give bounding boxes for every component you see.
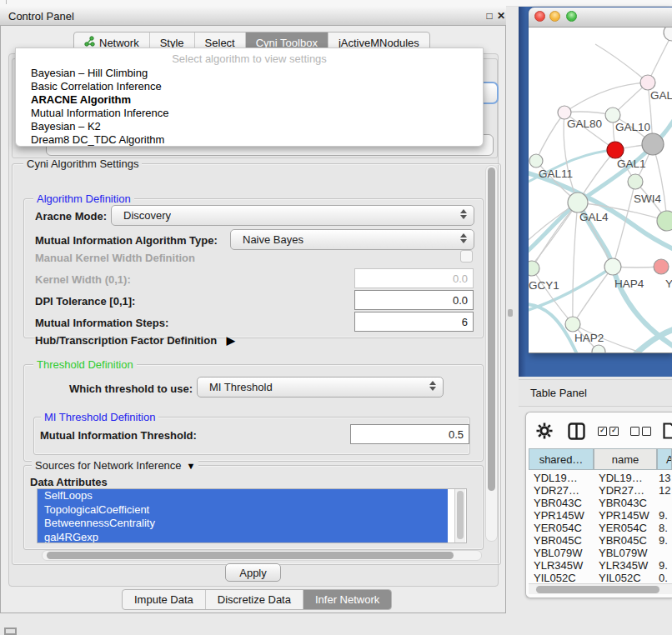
table-cell[interactable]: 8. [659, 522, 672, 534]
aracne-mode-combo[interactable]: Discovery [111, 205, 474, 226]
network-node-salmon[interactable] [654, 259, 669, 274]
network-node-label: GCY1 [529, 279, 559, 292]
dropdown-item-aracne[interactable]: ARACNE Algorithm [18, 93, 494, 107]
table-cell[interactable]: YBL079W [534, 547, 592, 559]
table-cell[interactable]: YBR043C [534, 497, 592, 509]
zoom-window-button[interactable] [566, 11, 577, 22]
checked-box-icon: ✓ [609, 427, 619, 436]
cyni-algorithm-settings-title: Cyni Algorithm Settings [23, 158, 142, 170]
network-node-hap4[interactable] [604, 258, 621, 275]
network-node-green-right[interactable] [657, 211, 672, 231]
network-node-gal4[interactable] [568, 192, 588, 212]
table-cell[interactable]: YBR045C [599, 534, 655, 547]
table-cell[interactable]: YIL052C [534, 572, 592, 584]
sources-toggle[interactable]: Sources for Network Inference▼ [32, 459, 198, 472]
apply-button[interactable]: Apply [225, 563, 281, 582]
mi-algorithm-type-combo[interactable]: Naive Bayes [230, 229, 474, 250]
dpi-tolerance-field[interactable]: 0.0 [354, 290, 474, 310]
table-cell[interactable]: 12 [659, 484, 672, 497]
table-cell[interactable]: YBR045C [534, 534, 592, 547]
table-cell[interactable]: YDL19… [534, 472, 592, 484]
which-threshold-combo[interactable]: MI Threshold [197, 377, 444, 398]
list-item-topologicalcoefficient[interactable]: TopologicalCoefficient [38, 503, 448, 518]
network-node-label: GAL80 [567, 118, 602, 130]
table-cell[interactable]: YPR145W [599, 509, 655, 522]
export-table-button[interactable] [663, 421, 672, 441]
manual-kernel-width-checkbox [460, 250, 473, 262]
network-node-gal1-selected[interactable] [607, 142, 624, 158]
minimize-window-button[interactable] [549, 11, 560, 22]
table-cell[interactable]: YER054C [599, 522, 655, 534]
checked-box-icon: ✓ [598, 427, 607, 436]
column-header-shared-name[interactable]: shared… [529, 448, 594, 470]
close-panel-icon[interactable]: ✕ [495, 10, 507, 22]
network-node-gal11[interactable] [529, 154, 543, 168]
table-cell[interactable]: YDL19… [599, 472, 655, 484]
network-node-unlabeled-top[interactable] [664, 28, 672, 41]
close-window-button[interactable] [534, 11, 545, 22]
mi-threshold-field[interactable]: 0.5 [350, 424, 469, 444]
dropdown-item-mutual-info[interactable]: Mutual Information Inference [18, 107, 494, 120]
dpi-tolerance-label: DPI Tolerance [0,1]: [35, 295, 135, 308]
aracne-mode-value: Discovery [112, 209, 171, 222]
table-cell[interactable]: YIL052C [599, 572, 655, 584]
table-cell[interactable]: YER054C [534, 522, 592, 534]
tab-infer-network[interactable]: Infer Network [303, 590, 391, 609]
table-cell[interactable]: 0. [659, 572, 672, 584]
settings-vertical-scrollbar-thumb[interactable] [488, 168, 495, 491]
tab-impute-data[interactable]: Impute Data [123, 590, 206, 609]
dropdown-item-basic-correlation[interactable]: Basic Correlation Inference [18, 80, 494, 93]
network-node-swi4[interactable] [628, 174, 643, 189]
network-node-gray[interactable] [642, 133, 664, 155]
table-cell[interactable]: YDR27… [534, 484, 592, 497]
table-cell[interactable]: YLR345W [534, 559, 592, 572]
show-column-panel-button[interactable] [568, 421, 585, 441]
column-header-name[interactable]: name [594, 448, 657, 470]
expanded-arrow-icon: ▼ [187, 461, 196, 471]
table-cell[interactable]: 9. [659, 509, 672, 522]
table-cell[interactable] [659, 547, 672, 559]
table-cell[interactable]: YLR345W [599, 559, 655, 572]
select-all-columns-button[interactable]: ✓ ✓ [598, 421, 621, 441]
table-cell[interactable]: YBL079W [599, 547, 655, 559]
dropdown-item-bayesian-k2[interactable]: Bayesian – K2 [18, 120, 494, 133]
dropdown-item-dream8[interactable]: Dream8 DC_TDC Algorithm [18, 133, 494, 147]
network-node-gal-partial[interactable] [640, 75, 655, 90]
table-cell[interactable]: 13 [659, 472, 672, 484]
settings-horizontal-scrollbar-thumb[interactable] [47, 552, 454, 559]
table-cell[interactable] [659, 497, 672, 509]
table-cell[interactable]: 9. [659, 559, 672, 572]
column-header-partial[interactable]: A [657, 448, 672, 470]
table-horizontal-scrollbar[interactable] [529, 583, 672, 594]
dropdown-item-bayesian-hill[interactable]: Bayesian – Hill Climbing [18, 67, 494, 80]
mi-steps-field[interactable]: 6 [354, 312, 474, 332]
list-item-selfloops[interactable]: SelfLoops [38, 489, 448, 503]
network-node-gcy1[interactable] [529, 261, 539, 276]
gear-icon [536, 422, 553, 439]
list-item-betweennesscentrality[interactable]: BetweennessCentrality [38, 517, 448, 531]
list-item-gal4rgexp[interactable]: gal4RGexp [38, 531, 448, 544]
attributes-list-scrollbar[interactable] [454, 489, 465, 542]
table-cell[interactable]: 9. [659, 534, 672, 547]
network-canvas[interactable]: GAL GAL80 GAL10 GAL1 GAL11 SWI4 GAL4 GCY… [529, 28, 672, 352]
settings-vertical-scrollbar[interactable] [485, 165, 498, 542]
table-settings-button[interactable] [536, 421, 553, 441]
table-horizontal-scrollbar-thumb[interactable] [536, 586, 659, 593]
table-cell[interactable]: YBR043C [599, 497, 655, 509]
network-node-bottom-partial[interactable] [592, 345, 605, 352]
hub-definition-toggle[interactable]: Hub/Transcription Factor Definition ▶ [35, 334, 235, 347]
tab-infer-network-label: Infer Network [315, 593, 379, 606]
network-node-hap2[interactable] [565, 317, 580, 332]
network-node-label: GAL11 [539, 168, 573, 180]
network-node-label: HAP4 [614, 278, 644, 290]
unselect-all-columns-button[interactable] [630, 421, 654, 441]
which-threshold-label: Which threshold to use: [69, 382, 193, 395]
table-cell[interactable]: YPR145W [534, 509, 592, 522]
float-panel-icon[interactable]: □ [484, 10, 495, 22]
algorithm-definition-title: Algorithm Definition [33, 192, 134, 205]
table-cell[interactable]: YDR27… [599, 484, 655, 497]
tab-discretize-data[interactable]: Discretize Data [206, 590, 303, 609]
attributes-list-scrollbar-thumb[interactable] [457, 491, 464, 539]
settings-horizontal-scrollbar[interactable] [42, 550, 482, 561]
split-pane-handle[interactable] [508, 309, 513, 317]
